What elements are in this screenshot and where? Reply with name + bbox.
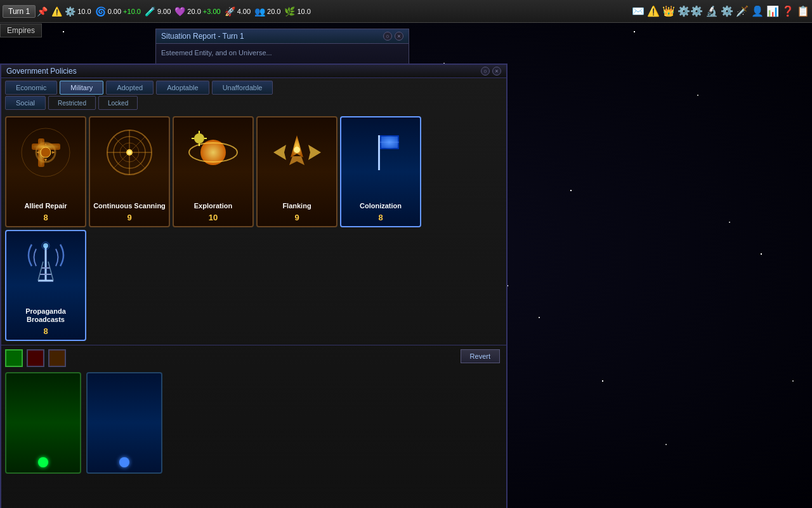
settings-icon[interactable]: ⚙️: [721, 5, 733, 17]
revert-button[interactable]: Revert: [461, 349, 500, 363]
allied-repair-icon: [17, 124, 74, 181]
sword-icon[interactable]: 🗡️: [736, 5, 749, 17]
colonization-name: Colonization: [357, 201, 404, 211]
policy-card-colonization[interactable]: Colonization 8: [340, 116, 421, 227]
gov-title: Government Policies: [6, 67, 77, 76]
tab-social[interactable]: Social: [5, 96, 46, 110]
swatch-red[interactable]: [27, 349, 44, 367]
science-icon: 🧪: [145, 6, 155, 17]
gear-value: 10.0: [77, 8, 91, 15]
situation-minimize-button[interactable]: ○: [383, 32, 392, 41]
resource-gear: ⚙️ 10.0: [65, 6, 91, 17]
filter-restricted[interactable]: Restricted: [48, 96, 96, 110]
policy-card-exploration[interactable]: Exploration 10: [173, 116, 254, 227]
propaganda-broadcasts-name: Propaganda Broadcasts: [6, 306, 85, 325]
propaganda-broadcasts-icon: [17, 237, 74, 295]
svg-point-13: [128, 150, 131, 154]
alert-icon[interactable]: ⚠️: [647, 5, 660, 17]
policy-card-allied-repair[interactable]: Allied Repair 8: [5, 116, 86, 227]
svg-point-3: [41, 147, 51, 157]
situation-title: Situation Report - Turn 1: [161, 32, 244, 41]
crown-icon[interactable]: 👑: [662, 5, 675, 17]
alert-indicator: ⚠️: [51, 6, 62, 17]
allied-repair-cost: 8: [43, 211, 48, 226]
exploration-icon: [185, 124, 242, 181]
resource-military: 🚀 4.00: [225, 6, 251, 17]
military-value: 4.00: [237, 8, 251, 15]
gov-titlebar: Government Policies ○ ×: [1, 65, 506, 78]
gov-tabs-row1: Economic Military Adopted Adoptable Unaf…: [1, 78, 506, 95]
empire-card-blue[interactable]: [86, 372, 162, 474]
credits-value: 0.00: [108, 8, 121, 15]
continuous-scanning-cost: 9: [127, 211, 131, 226]
propaganda-broadcasts-cost: 8: [43, 325, 48, 340]
resource-population: 👥 20.0: [254, 6, 280, 17]
policy-card-flanking[interactable]: Flanking 9: [256, 116, 337, 227]
dots-icon[interactable]: ⚙️⚙️: [678, 5, 703, 17]
tab-unaffordable[interactable]: Unaffordable: [212, 81, 273, 95]
policy-card-continuous-scanning[interactable]: Continuous Scanning 9: [89, 116, 170, 227]
empire-card-green-indicator: [38, 457, 48, 467]
flanking-name: Flanking: [280, 201, 313, 211]
gov-bottom-section: Revert: [1, 345, 506, 508]
food-value: 10.0: [297, 8, 310, 15]
continuous-scanning-icon: [101, 124, 158, 181]
government-policies-window: Government Policies ○ × Economic Militar…: [0, 64, 508, 508]
filter-locked[interactable]: Locked: [98, 96, 138, 110]
gear-icon: ⚙️: [65, 6, 75, 17]
continuous-scanning-name: Continuous Scanning: [91, 201, 168, 211]
swatch-brown[interactable]: [48, 349, 66, 367]
tab-adoptable[interactable]: Adoptable: [156, 81, 209, 95]
culture-value: 20.0: [187, 8, 200, 15]
empires-label: Empires: [0, 23, 42, 37]
help-icon[interactable]: ❓: [782, 5, 794, 17]
culture-icon: 💜: [174, 6, 185, 17]
credits-delta: +10.0: [123, 8, 141, 15]
gov-window-controls: ○ ×: [481, 67, 501, 76]
chart-icon[interactable]: 📊: [766, 5, 779, 17]
tab-economic[interactable]: Economic: [5, 81, 57, 95]
swatch-green[interactable]: [5, 349, 23, 367]
population-value: 20.0: [267, 8, 280, 15]
gov-tabs-row2: Social Restricted Locked: [1, 95, 506, 112]
situation-titlebar: Situation Report - Turn 1 ○ ×: [156, 29, 409, 44]
food-icon: 🌿: [284, 6, 295, 17]
empire-card-green[interactable]: [5, 372, 81, 474]
top-icon-group: ✉️ ⚠️ 👑 ⚙️⚙️ 🔬 ⚙️ 🗡️ 👤 📊 ❓ 📋: [632, 5, 809, 17]
mail-icon[interactable]: ✉️: [632, 5, 645, 17]
empire-card-blue-indicator: [119, 457, 129, 467]
svg-point-16: [194, 133, 204, 144]
gov-close-button[interactable]: ×: [492, 67, 501, 76]
culture-delta: +3.00: [203, 8, 221, 15]
pin-icon[interactable]: 📌: [37, 6, 48, 17]
gov-bottom-toolbar: Revert: [5, 349, 502, 367]
gov-minimize-button[interactable]: ○: [481, 67, 490, 76]
svg-rect-22: [378, 135, 380, 170]
top-bar: Turn 1 📌 ⚠️ ⚙️ 10.0 🌀 0.00 +10.0 🧪 9.00 …: [0, 0, 812, 23]
credits-icon: 🌀: [95, 6, 106, 17]
svg-point-21: [294, 147, 300, 153]
situation-text: Esteemed Entity, and on Universe...: [161, 49, 272, 57]
turn-button[interactable]: Turn 1: [3, 5, 36, 18]
tab-adopted[interactable]: Adopted: [106, 81, 154, 95]
science-value: 9.00: [157, 8, 171, 15]
situation-close-button[interactable]: ×: [395, 32, 403, 41]
flask-icon[interactable]: 🔬: [705, 5, 718, 17]
avatar-icon[interactable]: 👤: [751, 5, 764, 17]
flanking-cost: 9: [294, 211, 299, 226]
menu-icon[interactable]: 📋: [797, 5, 809, 17]
resource-science: 🧪 9.00: [145, 6, 171, 17]
resource-credits: 🌀 0.00 +10.0: [95, 6, 141, 17]
population-icon: 👥: [254, 6, 265, 17]
empire-cards-row: [5, 372, 502, 474]
exploration-cost: 10: [209, 211, 218, 226]
policy-card-propaganda-broadcasts[interactable]: Propaganda Broadcasts 8: [5, 230, 86, 341]
resource-culture: 💜 20.0 +3.00: [174, 6, 220, 17]
tab-military[interactable]: Military: [60, 81, 103, 95]
svg-point-32: [43, 243, 48, 248]
svg-line-31: [48, 262, 53, 281]
svg-line-30: [38, 262, 43, 281]
flanking-icon: [268, 124, 325, 181]
colonization-cost: 8: [378, 211, 383, 226]
situation-window-controls: ○ ×: [383, 32, 403, 41]
